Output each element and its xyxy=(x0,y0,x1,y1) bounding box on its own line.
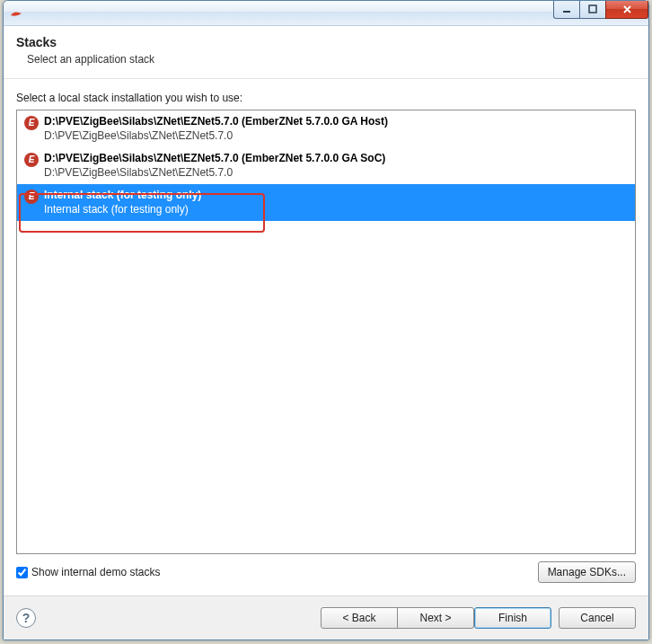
next-button[interactable]: Next > xyxy=(397,607,474,629)
stack-title: Internal stack (for testing only) xyxy=(44,189,201,201)
minimize-button[interactable] xyxy=(553,1,580,19)
show-internal-input[interactable] xyxy=(16,567,28,578)
maximize-button[interactable] xyxy=(579,1,606,19)
show-internal-checkbox[interactable]: Show internal demo stacks xyxy=(16,566,160,578)
svg-rect-0 xyxy=(563,11,570,13)
dialog-window: Stacks Select an application stack Selec… xyxy=(3,0,649,640)
page-subtitle: Select an application stack xyxy=(27,53,636,66)
app-icon xyxy=(9,6,23,21)
list-prompt: Select a local stack installation you wi… xyxy=(16,92,636,104)
finish-button[interactable]: Finish xyxy=(474,607,551,629)
stack-title: D:\PVE\ZigBee\Silabs\ZNet\EZNet5.7.0 (Em… xyxy=(44,152,385,164)
stack-icon: E xyxy=(24,153,39,167)
stack-icon: E xyxy=(24,116,39,130)
close-button[interactable] xyxy=(605,1,648,19)
stack-path: D:\PVE\ZigBee\Silabs\ZNet\EZNet5.7.0 xyxy=(44,166,385,179)
wizard-header: Stacks Select an application stack xyxy=(4,26,648,79)
show-internal-label: Show internal demo stacks xyxy=(31,566,160,578)
stack-list[interactable]: E D:\PVE\ZigBee\Silabs\ZNet\EZNet5.7.0 (… xyxy=(16,110,636,554)
wizard-footer: ? < Back Next > Finish Cancel xyxy=(4,595,648,640)
help-button[interactable]: ? xyxy=(16,608,36,628)
back-button[interactable]: < Back xyxy=(321,607,398,629)
window-controls xyxy=(554,1,648,19)
wizard-body: Select a local stack installation you wi… xyxy=(4,79,648,595)
stack-item[interactable]: E D:\PVE\ZigBee\Silabs\ZNet\EZNet5.7.0 (… xyxy=(17,110,635,147)
page-title: Stacks xyxy=(16,35,636,49)
stack-path: Internal stack (for testing only) xyxy=(44,203,201,216)
stack-item[interactable]: E D:\PVE\ZigBee\Silabs\ZNet\EZNet5.7.0 (… xyxy=(17,147,635,184)
options-row: Show internal demo stacks Manage SDKs... xyxy=(16,561,636,583)
cancel-button[interactable]: Cancel xyxy=(559,607,636,629)
stack-title: D:\PVE\ZigBee\Silabs\ZNet\EZNet5.7.0 (Em… xyxy=(44,115,388,128)
stack-path: D:\PVE\ZigBee\Silabs\ZNet\EZNet5.7.0 xyxy=(44,129,388,142)
nav-buttons: < Back Next > Finish Cancel xyxy=(321,607,636,629)
manage-sdks-button[interactable]: Manage SDKs... xyxy=(538,561,636,583)
titlebar[interactable] xyxy=(4,1,648,26)
svg-rect-1 xyxy=(589,5,596,13)
stack-icon: E xyxy=(24,190,39,204)
stack-item-selected[interactable]: E Internal stack (for testing only) Inte… xyxy=(17,184,635,221)
